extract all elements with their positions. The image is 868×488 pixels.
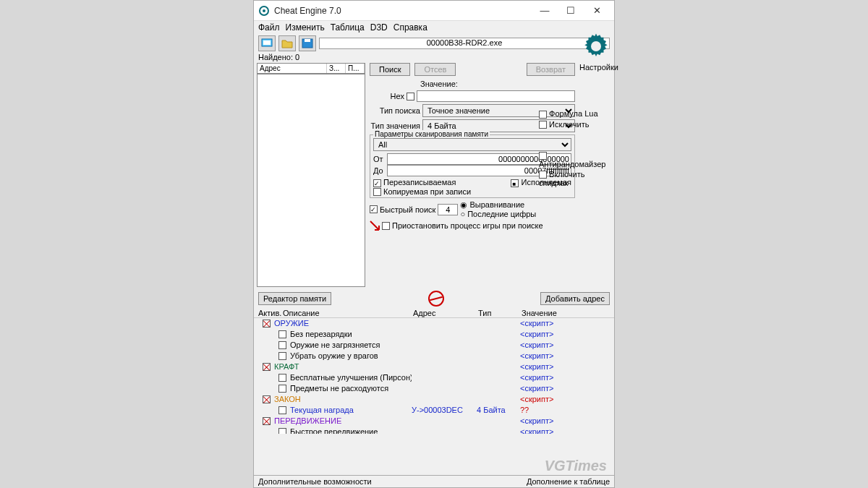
table-row[interactable]: ОРУЖИЕ<скрипт> [258, 318, 610, 329]
open-button[interactable] [278, 35, 296, 51]
active-checkbox[interactable] [278, 341, 286, 349]
cow-checkbox[interactable] [373, 188, 381, 196]
first-scan-button[interactable]: Поиск [370, 63, 410, 76]
fastscan-checkbox[interactable] [370, 205, 378, 213]
active-checkbox[interactable] [263, 395, 271, 403]
menu-file[interactable]: Файл [258, 22, 280, 33]
svg-point-1 [263, 9, 265, 12]
row-value: <скрипт> [520, 372, 578, 383]
cheat-table[interactable]: ОРУЖИЕ<скрипт>Без перезарядки<скрипт>Ору… [254, 318, 614, 434]
th-type[interactable]: Тип [478, 309, 522, 317]
minimize-button[interactable]: — [532, 1, 558, 21]
monitor-icon [261, 38, 273, 48]
col-3[interactable]: П... [346, 64, 365, 73]
active-checkbox[interactable] [278, 352, 286, 360]
writable-checkbox[interactable] [373, 179, 381, 187]
th-addr[interactable]: Адрес [413, 309, 478, 317]
table-row[interactable]: Предметы не расходуются<скрипт> [258, 383, 610, 394]
th-desc[interactable]: Описание [283, 309, 413, 317]
app-window: Cheat Engine 7.0 — ☐ ✕ Файл Изменить Таб… [253, 0, 615, 488]
toolbar: 00000B38-RDR2.exe [254, 34, 614, 53]
table-row[interactable]: ПЕРЕДВИЖЕНИЕ<скрипт> [258, 416, 610, 427]
value-label: Значение: [420, 80, 458, 88]
memory-editor-button[interactable]: Редактор памяти [258, 292, 331, 305]
cow-label: Копируемая при записи [383, 187, 471, 196]
close-button[interactable]: ✕ [584, 1, 610, 21]
floppy-icon [302, 38, 313, 48]
add-address-button[interactable]: Добавить адрес [540, 292, 610, 305]
table-row[interactable]: Оружие не загрязняется<скрипт> [258, 340, 610, 351]
antirand-checkbox[interactable] [539, 152, 547, 160]
row-addr: У->00003DEC [412, 405, 477, 416]
row-desc: Убрать оружие у врагов [290, 351, 412, 361]
row-desc: Быстрое передвижение [290, 427, 412, 434]
app-icon [258, 5, 270, 17]
executable-checkbox[interactable] [511, 179, 519, 187]
hex-checkbox[interactable] [407, 93, 414, 100]
active-checkbox[interactable] [278, 330, 286, 338]
menubar: Файл Изменить Таблица D3D Справка [254, 21, 614, 34]
maximize-button[interactable]: ☐ [558, 1, 584, 21]
row-desc: ЗАКОН [274, 394, 412, 405]
row-value: <скрипт> [520, 383, 578, 394]
row-desc: Бесплатные улучшения (Пирсон) [290, 372, 412, 383]
table-row[interactable]: КРАФТ<скрипт> [258, 361, 610, 372]
row-value: <скрипт> [520, 329, 578, 340]
writable-label: Перезаписываемая [383, 178, 456, 187]
save-button[interactable] [299, 35, 316, 51]
row-value: <скрипт> [520, 318, 578, 329]
value-input[interactable] [417, 90, 575, 102]
next-scan-button[interactable]: Отсев [414, 63, 456, 76]
active-checkbox[interactable] [278, 428, 286, 434]
menu-d3d[interactable]: D3D [370, 22, 388, 33]
speedhack-checkbox[interactable] [539, 171, 547, 179]
menu-edit[interactable]: Изменить [286, 22, 325, 33]
table-row[interactable]: Быстрое передвижение<скрипт> [258, 427, 610, 434]
th-value[interactable]: Значение [522, 309, 579, 317]
table-row[interactable]: Убрать оружие у врагов<скрипт> [258, 351, 610, 361]
th-active[interactable]: Актив. [258, 309, 283, 317]
col-address[interactable]: Адрес [258, 64, 327, 73]
col-2[interactable]: З... [327, 64, 346, 73]
table-row[interactable]: ЗАКОН<скрипт> [258, 394, 610, 405]
window-title: Cheat Engine 7.0 [274, 6, 532, 16]
footer-right[interactable]: Дополнение к таблице [527, 477, 610, 486]
row-desc: ОРУЖИЕ [274, 318, 412, 329]
from-label: От [373, 155, 385, 163]
folder-icon [281, 38, 293, 48]
row-value: <скрипт> [520, 361, 578, 372]
table-row[interactable]: Текущая наградаУ->00003DEC4 Байта?? [258, 405, 610, 416]
footer-left[interactable]: Дополнительные возможности [258, 477, 372, 486]
logo-area[interactable]: Настройки [579, 31, 613, 72]
middle-toolbar: Редактор памяти Добавить адрес [254, 288, 614, 309]
exclude-checkbox[interactable] [539, 121, 547, 129]
active-checkbox[interactable] [278, 374, 286, 382]
memopt-legend: Параметры сканирования памяти [373, 130, 490, 138]
active-checkbox[interactable] [263, 417, 271, 425]
no-entry-icon [428, 291, 444, 307]
select-process-button[interactable] [258, 35, 276, 51]
menu-table[interactable]: Таблица [331, 22, 365, 33]
active-checkbox[interactable] [263, 363, 271, 371]
row-value: <скрипт> [520, 427, 578, 434]
row-value: <скрипт> [520, 394, 578, 405]
align-radio[interactable]: ◉ Выравнивание [460, 200, 536, 210]
lastdigits-radio[interactable]: ○ Последние цифры [460, 210, 536, 218]
row-desc: Без перезарядки [290, 329, 412, 340]
pause-checkbox[interactable] [382, 222, 390, 230]
undo-scan-button[interactable]: Возврат [527, 63, 575, 76]
status-bar: Дополнительные возможности Дополнение к … [254, 475, 614, 487]
fastscan-value[interactable] [438, 204, 458, 215]
window-buttons: — ☐ ✕ [532, 1, 610, 21]
result-list[interactable] [257, 74, 365, 287]
result-list-panel: Адрес З... П... [257, 63, 365, 287]
hex-label: Hex [370, 92, 404, 100]
active-checkbox[interactable] [263, 320, 271, 328]
fastscan-label: Быстрый поиск [380, 205, 435, 214]
active-checkbox[interactable] [278, 406, 286, 414]
table-row[interactable]: Бесплатные улучшения (Пирсон)<скрипт> [258, 372, 610, 383]
menu-help[interactable]: Справка [393, 22, 427, 33]
table-row[interactable]: Без перезарядки<скрипт> [258, 329, 610, 340]
active-checkbox[interactable] [278, 385, 286, 393]
lua-checkbox[interactable] [539, 111, 547, 119]
